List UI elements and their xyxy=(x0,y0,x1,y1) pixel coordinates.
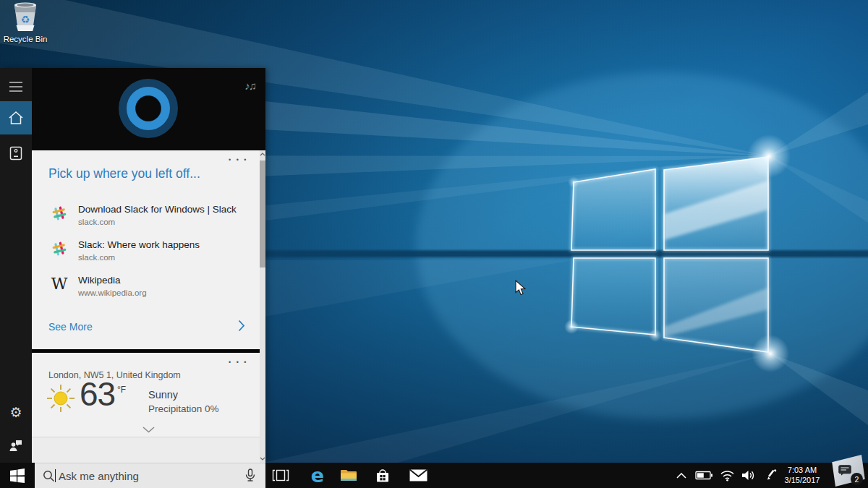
sidebar-item-feedback[interactable] xyxy=(0,429,32,461)
battery-icon xyxy=(695,471,713,480)
windows-logo-icon xyxy=(10,468,25,483)
cortana-header: ♪♫ xyxy=(32,68,265,150)
taskbar-file-explorer-button[interactable] xyxy=(333,463,365,488)
sidebar-item-home[interactable] xyxy=(0,101,32,134)
start-button[interactable] xyxy=(0,463,35,488)
tray-pen-button[interactable] xyxy=(761,463,780,488)
desktop: ♻ Recycle Bin xyxy=(0,0,868,488)
item-title: Slack: Where work happens xyxy=(78,239,200,250)
music-icon[interactable]: ♪♫ xyxy=(244,80,255,92)
sidebar-item-notebook[interactable] xyxy=(0,137,32,169)
sun-icon xyxy=(44,382,77,415)
tray-show-hidden-button[interactable] xyxy=(671,463,692,488)
slack-icon xyxy=(51,240,68,257)
action-center-button[interactable]: 2 xyxy=(826,454,868,488)
edge-icon: e xyxy=(307,466,328,486)
task-view-icon xyxy=(272,468,289,482)
sidebar-item-settings[interactable]: ⚙ xyxy=(0,396,32,428)
weather-expand-button[interactable] xyxy=(142,427,155,433)
scroll-down-arrow[interactable] xyxy=(260,457,265,461)
slack-icon xyxy=(51,205,68,222)
recycle-bin-icon[interactable]: ♻ Recycle Bin xyxy=(0,0,51,43)
svg-text:♻: ♻ xyxy=(21,14,30,25)
task-view-button[interactable] xyxy=(265,463,297,488)
notebook-icon xyxy=(9,145,23,161)
search-input[interactable] xyxy=(57,463,234,488)
gear-icon: ⚙ xyxy=(9,406,22,419)
item-url: www.wikipedia.org xyxy=(78,288,147,297)
taskbar: e xyxy=(0,463,868,488)
tray-battery-button[interactable] xyxy=(693,463,715,488)
cortana-sidebar: ⚙ xyxy=(0,68,32,463)
pickup-items: Download Slack for Windows | Slack slack… xyxy=(32,202,260,309)
speaker-icon xyxy=(741,469,756,481)
item-url: slack.com xyxy=(78,253,115,262)
see-more-link[interactable]: See More xyxy=(48,321,93,333)
clock-time: 7:03 AM xyxy=(780,465,825,475)
tray-network-button[interactable] xyxy=(717,463,737,488)
panel-footer xyxy=(32,437,260,463)
svg-text:e: e xyxy=(311,466,324,486)
tray-clock[interactable]: 7:03 AM 3/15/2017 xyxy=(780,465,825,485)
chevron-up-icon xyxy=(676,473,686,479)
see-more-chevron[interactable] xyxy=(238,320,245,332)
card-more-button[interactable]: • • • xyxy=(229,156,248,163)
item-title: Download Slack for Windows | Slack xyxy=(78,204,237,215)
menu-button[interactable] xyxy=(0,71,32,103)
pen-icon xyxy=(764,468,777,482)
weather-condition: Sunny xyxy=(148,389,178,401)
list-item[interactable]: W Wikipedia www.wikipedia.org xyxy=(32,273,260,309)
tray-volume-button[interactable] xyxy=(737,463,759,488)
microphone-icon[interactable] xyxy=(244,468,257,483)
list-item[interactable]: Slack: Where work happens slack.com xyxy=(32,238,260,273)
cortana-panel: ⚙ ♪♫ xyxy=(0,68,265,463)
list-item[interactable]: Download Slack for Windows | Slack slack… xyxy=(32,202,260,238)
mouse-cursor xyxy=(515,280,527,296)
cortana-logo xyxy=(112,72,184,145)
home-icon xyxy=(8,111,24,125)
chevron-down-icon xyxy=(142,427,155,433)
search-icon xyxy=(43,470,55,482)
scrollbar-thumb[interactable] xyxy=(260,160,265,267)
pickup-title: Pick up where you left off... xyxy=(48,166,200,181)
taskbar-edge-button[interactable]: e xyxy=(302,463,333,488)
mail-icon xyxy=(409,469,427,481)
recycle-bin-label: Recycle Bin xyxy=(0,35,51,43)
taskbar-store-button[interactable] xyxy=(367,463,399,488)
weather-unit: °F xyxy=(117,385,126,395)
taskbar-mail-button[interactable] xyxy=(402,463,434,488)
weather-temperature: 63 xyxy=(80,374,115,414)
card-more-button[interactable]: • • • xyxy=(229,359,248,366)
item-title: Wikipedia xyxy=(78,275,121,286)
store-icon xyxy=(375,468,391,484)
item-url: slack.com xyxy=(78,218,115,226)
chevron-right-icon xyxy=(238,320,245,332)
pickup-card: • • • Pick up where you left off... xyxy=(32,150,260,349)
notification-icon xyxy=(838,465,851,476)
notification-badge: 2 xyxy=(851,473,863,485)
scroll-up-arrow[interactable] xyxy=(260,153,265,156)
weather-precipitation: Precipitation 0% xyxy=(148,403,219,414)
wikipedia-icon: W xyxy=(51,275,68,293)
wifi-icon xyxy=(720,469,735,481)
cortana-search-box[interactable] xyxy=(35,463,265,488)
folder-icon xyxy=(340,468,357,482)
text-caret xyxy=(55,469,56,482)
recycle-bin-glyph: ♻ xyxy=(0,0,51,33)
weather-card[interactable]: • • • London, NW5 1, United Kingdom 63 xyxy=(32,353,260,437)
cortana-content: • • • Pick up where you left off... xyxy=(32,150,265,463)
clock-date: 3/15/2017 xyxy=(780,475,825,485)
scrollbar[interactable] xyxy=(260,150,265,463)
hamburger-icon xyxy=(9,82,22,92)
feedback-icon xyxy=(9,438,23,453)
